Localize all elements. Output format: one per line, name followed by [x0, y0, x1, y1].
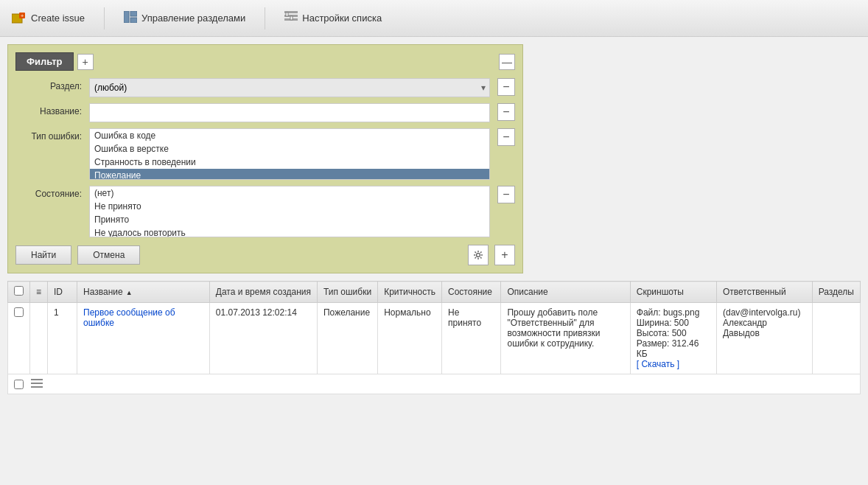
svg-point-11	[477, 254, 480, 257]
row-name-link[interactable]: Первое сообщение об ошибке	[83, 307, 175, 328]
create-issue-label: Create issue	[31, 13, 85, 24]
manage-sections-label: Управление разделами	[141, 13, 245, 24]
row-checkbox[interactable]	[14, 307, 24, 317]
th-error-type: Тип ошибки	[317, 282, 377, 303]
row-created-cell: 01.07.2013 12:02:14	[209, 303, 317, 374]
table-row: 1 Первое сообщение об ошибке 01.07.2013 …	[8, 303, 861, 374]
list-settings-button[interactable]: Настройки списка	[280, 8, 386, 28]
table-footer	[7, 374, 861, 394]
th-id: ID	[48, 282, 77, 303]
svg-rect-4	[130, 11, 137, 16]
filter-collapse-button[interactable]: —	[499, 54, 515, 70]
filter-header: Фильтр + —	[15, 52, 515, 71]
error-type-item-0[interactable]: Ошибка в коде	[90, 129, 489, 142]
table-header-row: ≡ ID Название Дата и время создания Тип …	[8, 282, 861, 303]
filter-name-label: Название:	[15, 103, 82, 116]
svg-rect-9	[286, 13, 288, 16]
issues-table: ≡ ID Название Дата и время создания Тип …	[7, 281, 861, 374]
name-sort[interactable]: Название	[83, 287, 203, 297]
filter-section-select-wrapper	[89, 78, 490, 97]
responsible-email: (dav@intervolga.ru)	[723, 307, 801, 318]
create-issue-button[interactable]: + Create issue	[7, 10, 89, 27]
toolbar-separator-1	[104, 7, 105, 29]
filter-add-button[interactable]: +	[77, 54, 94, 70]
filter-status-control: (нет) Не принято Принято Не удалось повт…	[89, 186, 490, 237]
filter-actions: Найти Отмена +	[15, 245, 515, 265]
filter-panel: Фильтр + — Раздел: − Название: − Тип оши…	[7, 44, 523, 273]
select-all-checkbox[interactable]	[14, 286, 24, 296]
svg-text:+: +	[21, 13, 24, 19]
th-severity: Критичность	[378, 282, 442, 303]
status-item-0[interactable]: (нет)	[90, 186, 489, 200]
th-sections: Разделы	[812, 282, 860, 303]
filter-name-remove-button[interactable]: −	[497, 103, 515, 121]
th-menu[interactable]: ≡	[30, 282, 48, 303]
screenshots-text: Файл: bugs.pngШирина: 500Высота: 500Разм…	[637, 307, 700, 359]
menu-icon: ≡	[36, 287, 41, 297]
row-menu-cell	[30, 303, 48, 374]
filter-section-input[interactable]	[89, 78, 490, 97]
list-settings-icon	[284, 11, 298, 25]
error-type-item-1[interactable]: Ошибка в верстке	[90, 142, 489, 156]
filter-status-label: Состояние:	[15, 186, 82, 199]
th-responsible: Ответственный	[716, 282, 812, 303]
filter-row-error-type: Тип ошибки: Ошибка в коде Ошибка в верст…	[15, 128, 515, 180]
gear-icon	[473, 250, 483, 260]
filter-error-type-listbox[interactable]: Ошибка в коде Ошибка в верстке Странност…	[89, 128, 490, 180]
row-id-cell: 1	[48, 303, 77, 374]
filter-row-name: Название: −	[15, 103, 515, 122]
main-content: Фильтр + — Раздел: − Название: − Тип оши…	[0, 37, 868, 402]
row-responsible-cell: (dav@intervolga.ru) Александр Давыдов	[716, 303, 812, 374]
svg-rect-5	[130, 18, 137, 23]
responsible-name: Александр Давыдов	[723, 318, 767, 338]
row-checkbox-cell[interactable]	[8, 303, 30, 374]
filter-error-type-control: Ошибка в коде Ошибка в верстке Странност…	[89, 128, 490, 180]
row-screenshots-cell: Файл: bugs.pngШирина: 500Высота: 500Разм…	[630, 303, 716, 374]
filter-status-listbox[interactable]: (нет) Не принято Принято Не удалось повт…	[89, 186, 490, 237]
filter-actions-plus-button[interactable]: +	[494, 245, 515, 265]
filter-section-label: Раздел:	[15, 78, 82, 91]
row-severity-cell: Нормально	[378, 303, 442, 374]
row-status-cell: Не принято	[442, 303, 501, 374]
filter-find-button[interactable]: Найти	[15, 245, 71, 265]
list-settings-label: Настройки списка	[302, 13, 382, 24]
sort-asc-icon	[126, 287, 133, 297]
svg-rect-10	[290, 16, 293, 20]
error-type-item-3[interactable]: Пожелание	[90, 169, 489, 180]
filter-status-remove-button[interactable]: −	[497, 186, 515, 203]
status-item-1[interactable]: Не принято	[90, 200, 489, 213]
footer-list-icon[interactable]	[31, 379, 43, 389]
th-checkbox[interactable]	[8, 282, 30, 303]
manage-sections-icon	[124, 11, 137, 25]
th-screenshots: Скриншоты	[630, 282, 716, 303]
filter-name-input[interactable]	[89, 103, 490, 122]
filter-error-type-remove-button[interactable]: −	[497, 128, 515, 146]
error-type-item-2[interactable]: Странность в поведении	[90, 156, 489, 169]
row-sections-cell	[812, 303, 860, 374]
row-name-cell: Первое сообщение об ошибке	[77, 303, 210, 374]
filter-section-control	[89, 78, 490, 97]
th-created: Дата и время создания	[209, 282, 317, 303]
svg-rect-3	[124, 11, 129, 23]
manage-sections-button[interactable]: Управление разделами	[119, 8, 250, 28]
status-item-3[interactable]: Не удалось повторить	[90, 226, 489, 237]
footer-checkbox[interactable]	[14, 380, 24, 389]
toolbar-separator-2	[265, 7, 265, 29]
row-error-type-cell: Пожелание	[317, 303, 377, 374]
row-description-cell: Прошу добавить поле "Ответственный" для …	[501, 303, 630, 374]
filter-section-remove-button[interactable]: −	[497, 78, 515, 96]
create-issue-icon: +	[12, 13, 27, 24]
filter-tab[interactable]: Фильтр	[15, 52, 74, 71]
filter-cancel-button[interactable]: Отмена	[77, 245, 140, 265]
th-status: Состояние	[442, 282, 501, 303]
filter-name-control	[89, 103, 490, 122]
filter-row-status: Состояние: (нет) Не принято Принято Не у…	[15, 186, 515, 237]
filter-row-section: Раздел: −	[15, 78, 515, 97]
filter-error-type-label: Тип ошибки:	[15, 128, 82, 142]
th-description: Описание	[501, 282, 630, 303]
status-item-2[interactable]: Принято	[90, 213, 489, 226]
toolbar: + Create issue Управление разделами На	[0, 0, 868, 37]
filter-gear-button[interactable]	[468, 245, 489, 265]
download-link[interactable]: [ Скачать ]	[637, 359, 679, 369]
th-name[interactable]: Название	[77, 282, 210, 303]
